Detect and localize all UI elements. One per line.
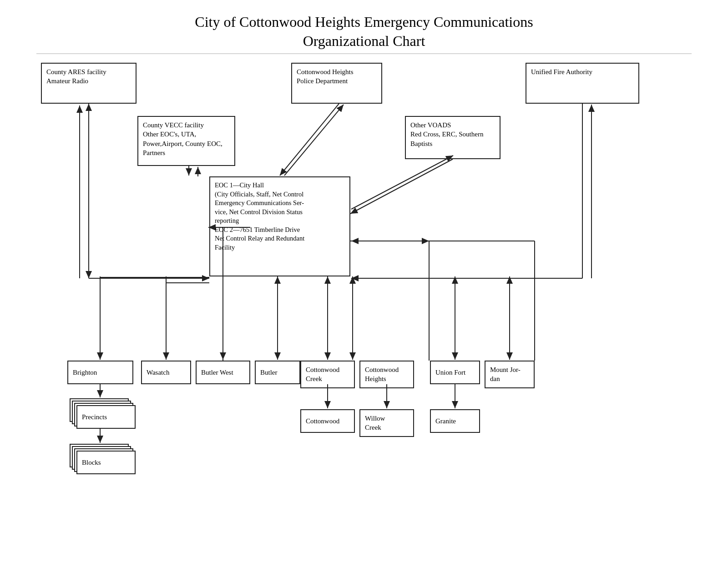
willow-creek-box: Willow Creek (359, 409, 414, 437)
svg-line-13 (350, 159, 453, 214)
county-ares-box: County ARES facility Amateur Radio (41, 63, 136, 104)
cottonwood-creek-box: Cottonwood Creek (300, 361, 355, 388)
wasatch-box: Wasatch (141, 361, 191, 384)
svg-line-14 (351, 156, 453, 209)
cottonwood-heights-box: Cottonwood Heights (359, 361, 414, 388)
mount-jordan-box: Mount Jor- dan (485, 361, 535, 388)
cottonwood-box: Cottonwood (300, 409, 355, 433)
org-chart: City of Cottonwood Heights Emergency Com… (0, 0, 728, 562)
union-fort-box: Union Fort (430, 361, 480, 384)
eoc-main-box: EOC 1—City Hall (City Officials, Staff, … (209, 176, 350, 276)
county-vecc-box: County VECC facility Other EOC's, UTA, P… (137, 116, 235, 166)
other-voads-box: Other VOADS Red Cross, ERC, Southern Bap… (405, 116, 500, 159)
brighton-box: Brighton (67, 361, 133, 384)
granite-box: Granite (430, 409, 480, 433)
precincts-box: Precincts (76, 405, 136, 429)
butler-west-box: Butler West (196, 361, 250, 384)
butler-box: Butler (255, 361, 300, 384)
page-title: City of Cottonwood Heights Emergency Com… (0, 13, 728, 50)
svg-line-11 (280, 104, 339, 176)
cottonwood-police-box: Cottonwood Heights Police Department (291, 63, 382, 104)
blocks-box: Blocks (76, 451, 136, 474)
svg-line-12 (284, 105, 344, 176)
unified-fire-box: Unified Fire Authority (526, 63, 639, 104)
